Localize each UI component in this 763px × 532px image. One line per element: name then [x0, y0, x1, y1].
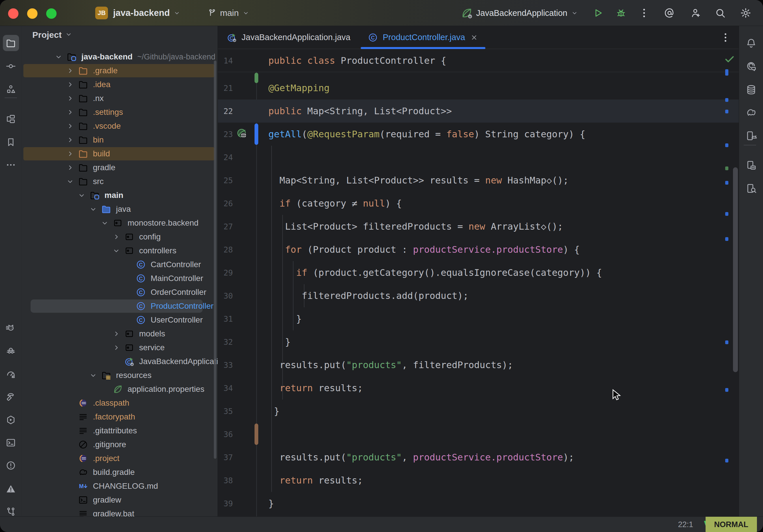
tree-item-.idea[interactable]: .idea — [22, 78, 218, 91]
tool-services-button[interactable] — [3, 412, 19, 428]
chevron-right-icon[interactable] — [112, 233, 121, 241]
tree-item-main[interactable]: main — [22, 188, 218, 202]
line-number[interactable]: 23 — [218, 130, 233, 139]
chevron-down-icon[interactable] — [112, 246, 121, 255]
code-line-33[interactable]: 33 results.put("products", filteredProdu… — [218, 354, 739, 376]
branch-widget[interactable]: main — [207, 8, 250, 18]
stripe-change-mark[interactable] — [725, 341, 728, 344]
more-actions-button[interactable] — [638, 7, 650, 19]
chevron-right-icon[interactable] — [66, 150, 74, 158]
chevron-down-icon[interactable] — [54, 53, 63, 61]
code-line-31[interactable]: 31 } — [218, 307, 739, 330]
tool-build-tool-button[interactable] — [3, 111, 19, 127]
stripe-change-mark[interactable] — [725, 98, 728, 102]
stripe-change-mark[interactable] — [725, 144, 728, 147]
code-line-36[interactable]: 36 — [218, 423, 739, 446]
tree-item-java-backend[interactable]: java-backend~/Github/java-backend — [22, 50, 218, 64]
run-button[interactable] — [592, 7, 604, 19]
tool-device-manager-button[interactable] — [743, 157, 759, 173]
stripe-change-mark[interactable] — [725, 166, 728, 170]
tool-profiler-button[interactable] — [3, 366, 19, 382]
vim-mode-badge[interactable]: NORMAL — [706, 517, 757, 532]
tool-device-explorer-button[interactable] — [743, 180, 759, 196]
tool-problems-button[interactable] — [3, 457, 19, 474]
chevron-right-icon[interactable] — [66, 136, 74, 144]
chevron-right-icon[interactable] — [112, 343, 121, 352]
tree-item-src[interactable]: src — [22, 174, 218, 188]
chevron-right-icon[interactable] — [112, 330, 121, 338]
editor-tab-ProductController.java[interactable]: CProductController.java — [359, 26, 487, 49]
tree-item-.vscode[interactable]: .vscode — [22, 119, 218, 133]
tree-item-CHANGELOG.md[interactable]: MCHANGELOG.md — [22, 479, 218, 493]
tree-item-CartController[interactable]: CCartController — [22, 258, 218, 271]
code-line-22[interactable]: 22public Map<String, List<Product>> — [218, 100, 739, 123]
code-editor[interactable]: 21@GetMapping22public Map<String, List<P… — [218, 72, 739, 516]
code-line-38[interactable]: 38 return results; — [218, 469, 739, 492]
settings-gear-icon[interactable] — [740, 7, 751, 19]
debug-button[interactable] — [615, 7, 627, 19]
line-number[interactable]: 24 — [218, 153, 233, 162]
close-tab-icon[interactable] — [470, 33, 479, 42]
tree-item-ProductController[interactable]: CProductController — [22, 299, 218, 313]
code-line-23[interactable]: 23getAll(@RequestParam(required = false)… — [218, 123, 739, 146]
stripe-change-mark[interactable] — [725, 212, 728, 216]
tree-item-.settings[interactable]: .settings — [22, 105, 218, 119]
line-number[interactable]: 32 — [218, 338, 233, 347]
stripe-change-mark[interactable] — [725, 181, 728, 185]
caret-position[interactable]: 22:1 — [678, 520, 693, 529]
line-number[interactable]: 21 — [218, 84, 233, 93]
sticky-line[interactable]: 14 public class ProductController { — [218, 49, 739, 72]
tree-item-application.properties[interactable]: application.properties — [22, 382, 218, 396]
tree-item-monostore.backend[interactable]: monostore.backend — [22, 216, 218, 230]
code-line-28[interactable]: 28 for (Product product : productService… — [218, 238, 739, 261]
line-number[interactable]: 25 — [218, 176, 233, 185]
tree-item-OrderController[interactable]: COrderController — [22, 285, 218, 299]
tree-item-gradle[interactable]: gradle — [22, 161, 218, 174]
endpoint-icon[interactable] — [237, 128, 248, 140]
chevron-right-icon[interactable] — [66, 163, 74, 172]
tool-bookmarks-button[interactable] — [3, 134, 19, 150]
minimize-window-button[interactable] — [27, 8, 38, 19]
line-number[interactable]: 35 — [218, 407, 233, 416]
code-line-25[interactable]: 25 Map<String, List<Product>> results = … — [218, 169, 739, 192]
stripe-change-mark[interactable] — [725, 459, 728, 463]
tree-item-.project[interactable]: .project — [22, 452, 218, 465]
tree-item-.gradle[interactable]: .gradle — [22, 64, 218, 78]
tool-notifications-warning-button[interactable] — [3, 480, 19, 497]
tree-item-gradlew[interactable]: gradlew — [22, 493, 218, 507]
tool-gradle-button[interactable] — [743, 104, 759, 121]
tree-item-.gitattributes[interactable]: .gitattributes — [22, 424, 218, 438]
tool-more-tool-windows-button[interactable] — [3, 157, 19, 173]
line-number[interactable]: 38 — [218, 476, 233, 485]
zoom-window-button[interactable] — [46, 8, 56, 19]
tool-running-devices-button[interactable] — [743, 128, 759, 144]
tree-item-java[interactable]: java — [22, 202, 218, 216]
line-number[interactable]: 33 — [218, 361, 233, 370]
code-line-29[interactable]: 29 if (product.getCategory().equalsIgnor… — [218, 261, 739, 284]
line-number[interactable]: 30 — [218, 291, 233, 300]
chevron-right-icon[interactable] — [66, 108, 74, 117]
tab-list-more-button[interactable] — [720, 32, 731, 43]
code-line-34[interactable]: 34 return results; — [218, 376, 739, 399]
tool-github-copilot-button[interactable] — [3, 320, 19, 336]
code-with-me-icon[interactable] — [689, 7, 701, 19]
code-line-21[interactable]: 21@GetMapping — [218, 76, 739, 100]
chevron-right-icon[interactable] — [66, 80, 74, 89]
tool-commit-button[interactable] — [3, 58, 19, 74]
editor-tab-JavaBackendApplication.java[interactable]: CJavaBackendApplication.java — [218, 26, 359, 49]
line-number[interactable]: 39 — [218, 499, 233, 508]
tree-item-.gitignore[interactable]: .gitignore — [22, 438, 218, 452]
tool-ai-assistant-button[interactable] — [743, 58, 759, 75]
line-number[interactable]: 34 — [218, 384, 233, 393]
code-line-37[interactable]: 37 results.put("products", productServic… — [218, 446, 739, 469]
line-number[interactable]: 28 — [218, 245, 233, 254]
tool-project-button[interactable] — [3, 35, 19, 51]
tool-notifications-button[interactable] — [743, 35, 759, 52]
project-avatar[interactable]: JB — [95, 7, 108, 19]
line-number[interactable]: 22 — [218, 107, 233, 116]
line-number[interactable]: 31 — [218, 314, 233, 323]
code-line-26[interactable]: 26 if (category ≠ null) { — [218, 192, 739, 215]
chevron-right-icon[interactable] — [66, 122, 74, 130]
code-line-32[interactable]: 32 } — [218, 330, 739, 354]
tree-item-config[interactable]: config — [22, 230, 218, 244]
